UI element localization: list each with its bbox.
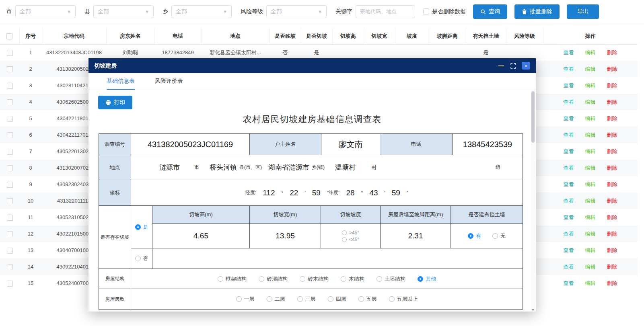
keyword-input[interactable]: [356, 5, 415, 18]
row-checkbox[interactable]: [7, 116, 13, 122]
delete-link[interactable]: 删除: [607, 132, 617, 138]
slope-angle-radio[interactable]: <45°: [342, 237, 359, 242]
phone-value: 13845423539: [453, 134, 523, 155]
view-link[interactable]: 查看: [564, 49, 574, 55]
edit-link[interactable]: 编辑: [585, 132, 596, 138]
cell-no: 2: [19, 61, 42, 77]
maximize-icon[interactable]: [510, 63, 516, 69]
delete-link[interactable]: 删除: [607, 99, 617, 105]
view-link[interactable]: 查看: [564, 115, 574, 121]
house-structure-radio[interactable]: 土坯结构: [377, 275, 405, 283]
edit-link[interactable]: 编辑: [585, 264, 596, 270]
slope-angle-radio[interactable]: >45°: [342, 230, 359, 236]
select-all-checkbox[interactable]: [6, 33, 12, 39]
print-button[interactable]: 打印: [98, 96, 132, 109]
edit-link[interactable]: 编辑: [585, 99, 596, 105]
modal-scrollbar[interactable]: [531, 90, 535, 312]
city-select[interactable]: 全部 ▼: [15, 5, 76, 18]
edit-link[interactable]: 编辑: [585, 280, 596, 286]
delete-link[interactable]: 删除: [607, 280, 617, 286]
row-checkbox[interactable]: [7, 182, 13, 188]
risk-level-select[interactable]: 全部 ▼: [266, 5, 327, 18]
view-link[interactable]: 查看: [564, 247, 574, 253]
query-button[interactable]: 查询: [473, 4, 507, 19]
house-floors-radio[interactable]: 一层: [236, 295, 255, 303]
close-icon[interactable]: ×: [522, 62, 530, 70]
house-structure-radio[interactable]: 框架结构: [218, 275, 247, 283]
view-link[interactable]: 查看: [564, 214, 574, 220]
row-checkbox[interactable]: [7, 264, 13, 270]
delete-link[interactable]: 删除: [607, 247, 617, 253]
row-checkbox[interactable]: [7, 149, 13, 155]
house-structure-radio[interactable]: 砖混结构: [259, 275, 288, 283]
delete-link[interactable]: 删除: [607, 66, 617, 72]
tab-basic-info[interactable]: 基础信息表: [107, 73, 135, 90]
delete-link[interactable]: 删除: [607, 231, 617, 237]
delete-link[interactable]: 删除: [607, 115, 617, 121]
delete-link[interactable]: 删除: [607, 214, 617, 220]
row-checkbox[interactable]: [7, 198, 13, 204]
house-structure-radio[interactable]: 砖木结构: [300, 275, 329, 283]
scroll-down-arrow-icon[interactable]: [531, 309, 535, 311]
edit-link[interactable]: 编辑: [585, 165, 596, 171]
delete-link[interactable]: 删除: [607, 49, 617, 55]
deleted-data-checkbox[interactable]: [423, 8, 429, 14]
retaining-wall-radio[interactable]: 有: [468, 232, 481, 240]
house-structure-radio[interactable]: 木结构: [341, 275, 364, 283]
edit-link[interactable]: 编辑: [585, 66, 596, 72]
row-checkbox[interactable]: [7, 50, 13, 56]
view-link[interactable]: 查看: [564, 198, 574, 204]
tab-risk-evaluation[interactable]: 风险评价表: [155, 73, 183, 90]
view-link[interactable]: 查看: [564, 148, 574, 154]
edit-link[interactable]: 编辑: [585, 247, 596, 253]
edit-link[interactable]: 编辑: [585, 214, 596, 220]
delete-link[interactable]: 删除: [607, 181, 617, 187]
view-link[interactable]: 查看: [564, 165, 574, 171]
view-link[interactable]: 查看: [564, 231, 574, 237]
row-checkbox[interactable]: [7, 66, 13, 72]
delete-link[interactable]: 删除: [607, 198, 617, 204]
delete-link[interactable]: 删除: [607, 264, 617, 270]
retaining-wall-radio[interactable]: 无: [492, 232, 506, 240]
row-checkbox[interactable]: [7, 83, 13, 89]
edit-link[interactable]: 编辑: [585, 82, 596, 88]
delete-link[interactable]: 删除: [607, 165, 617, 171]
view-link[interactable]: 查看: [564, 181, 574, 187]
township-select[interactable]: 全部 ▼: [171, 5, 232, 18]
row-checkbox[interactable]: [7, 99, 13, 105]
delete-link[interactable]: 删除: [607, 82, 617, 88]
row-checkbox[interactable]: [7, 165, 13, 171]
county-select[interactable]: 全部 ▼: [93, 5, 154, 18]
row-checkbox[interactable]: [7, 231, 13, 237]
view-link[interactable]: 查看: [564, 264, 574, 270]
edit-link[interactable]: 编辑: [585, 198, 596, 204]
view-link[interactable]: 查看: [564, 132, 574, 138]
batch-delete-button[interactable]: 批量删除: [514, 4, 560, 19]
house-floors-radio[interactable]: 二层: [267, 295, 285, 303]
cut-slope-no-radio[interactable]: 否: [135, 255, 148, 262]
house-structure-radio[interactable]: 其他: [418, 275, 436, 283]
edit-link[interactable]: 编辑: [585, 148, 596, 154]
house-floors-radio[interactable]: 五层: [358, 295, 377, 303]
export-button[interactable]: 导出: [567, 4, 599, 19]
row-checkbox[interactable]: [7, 215, 13, 221]
view-link[interactable]: 查看: [564, 66, 574, 72]
edit-link[interactable]: 编辑: [585, 231, 596, 237]
delete-link[interactable]: 删除: [607, 148, 617, 154]
scrollbar-thumb[interactable]: [531, 91, 535, 143]
house-floors-radio[interactable]: 三层: [297, 295, 316, 303]
view-link[interactable]: 查看: [564, 99, 574, 105]
minimize-icon[interactable]: [498, 66, 504, 66]
house-floors-radio[interactable]: 五层以上: [389, 295, 418, 303]
cut-slope-yes-radio[interactable]: 是: [135, 223, 148, 231]
row-checkbox[interactable]: [7, 132, 13, 138]
edit-link[interactable]: 编辑: [585, 115, 596, 121]
row-checkbox[interactable]: [7, 248, 13, 254]
row-checkbox[interactable]: [7, 281, 13, 287]
edit-link[interactable]: 编辑: [585, 181, 596, 187]
edit-link[interactable]: 编辑: [585, 49, 596, 55]
header-location: 地点: [201, 28, 270, 44]
view-link[interactable]: 查看: [564, 82, 574, 88]
house-floors-radio[interactable]: 四层: [328, 295, 346, 303]
view-link[interactable]: 查看: [564, 280, 574, 286]
